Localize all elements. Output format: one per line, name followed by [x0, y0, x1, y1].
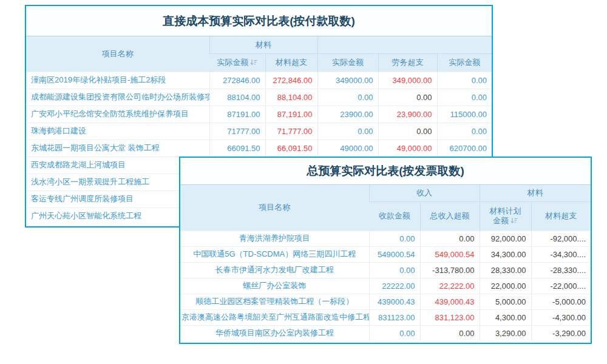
value-cell: 87,191.00 — [265, 106, 317, 123]
group-header-row: 项目名称 收入 材料 — [180, 185, 591, 201]
value-cell: 349,000.00 — [378, 72, 437, 89]
value-cell: -5,000.00 — [531, 294, 591, 309]
column-header-actual-amount-labor[interactable]: 实际金额 — [317, 53, 378, 72]
value-cell: 115000.00 — [437, 106, 492, 123]
column-header-project-name: 项目名称 — [26, 36, 209, 72]
project-name-link[interactable]: 中国联通5G（TD-SCDMA）网络三期四川工程 — [180, 246, 369, 262]
project-name-link[interactable]: 顺德工业园区档案管理精装饰工程（一标段） — [180, 294, 369, 309]
value-cell: 0.00 — [317, 89, 378, 106]
value-cell: 88,104.00 — [265, 89, 317, 106]
value-cell: 0.00 — [369, 325, 420, 341]
project-name-link[interactable]: 华侨城项目南区办公室内装修工程 — [180, 325, 369, 341]
value-cell: 34,300.00 — [480, 246, 531, 262]
project-name-link[interactable]: 东城花园一期项目公寓大堂 装饰工程 — [26, 140, 209, 157]
project-name-link[interactable]: 长春市伊通河水力发电厂改建工程 — [180, 262, 369, 278]
group-header-blank — [317, 36, 492, 53]
value-cell: 831123.00 — [369, 309, 420, 325]
value-cell: 439,000.43 — [420, 294, 480, 309]
value-cell: 349000.00 — [317, 72, 378, 89]
table-row: 螺丝厂办公室装饰22222.0022,222.0022,000.00-22,00… — [180, 278, 591, 294]
value-cell: 549,000.54 — [420, 246, 480, 262]
value-cell: 0.00 — [437, 89, 492, 106]
column-header-material-planned-amount[interactable]: 材料计划 金额 — [480, 201, 531, 231]
value-cell: 620700.00 — [437, 140, 492, 157]
table-row: 顺德工业园区档案管理精装饰工程（一标段）439000.43439,000.435… — [180, 294, 591, 309]
column-header-material-overrun[interactable]: 材料超支 — [531, 201, 591, 231]
value-cell: 5,000.00 — [480, 294, 531, 309]
value-cell: 22,000.00 — [480, 278, 531, 294]
value-cell: -313,780.00 — [420, 262, 480, 278]
value-cell: 4,300.00 — [480, 309, 531, 325]
value-cell: 0.00 — [369, 262, 420, 278]
value-cell: 28,330.00 — [480, 262, 531, 278]
value-cell: 22222.00 — [369, 278, 420, 294]
project-name-link[interactable]: 广安邓小平纪念馆安全防范系统维护保养项目 — [26, 106, 209, 123]
table-row: 京港澳高速公路粤境韶关至广州互通路面改造中修工程831123.00831,123… — [180, 309, 591, 325]
column-header-actual-amount-other[interactable]: 实际金额 — [437, 53, 492, 72]
value-cell: 0.00 — [378, 123, 437, 140]
value-cell: -34,300.... — [531, 246, 591, 262]
table-row: 珠海鹤港口建设71777.0071,777.000.000.000.00 — [26, 123, 492, 140]
value-cell: -4,300.00 — [531, 309, 591, 325]
project-name-link[interactable]: 京港澳高速公路粤境韶关至广州互通路面改造中修工程 — [180, 309, 369, 325]
value-cell: 92,000.00 — [480, 231, 531, 246]
table-row: 中国联通5G（TD-SCDMA）网络三期四川工程549000.54549,000… — [180, 246, 591, 262]
column-header-total-income-overrun[interactable]: 总收入超额 — [420, 201, 480, 231]
group-header-material: 材料 — [209, 36, 317, 53]
value-cell: 0.00 — [437, 72, 492, 89]
value-cell: 66091.50 — [209, 140, 265, 157]
value-cell: 71,777.00 — [265, 123, 317, 140]
value-cell: 0.00 — [437, 123, 492, 140]
value-cell: 272,846.00 — [265, 72, 317, 89]
value-cell: 0.00 — [378, 89, 437, 106]
value-cell: 0.00 — [369, 231, 420, 246]
value-cell: -3,290.00 — [531, 325, 591, 341]
value-cell: -92,000.... — [531, 231, 591, 246]
group-header-row: 项目名称 材料 — [26, 36, 492, 53]
group-header-material: 材料 — [480, 185, 591, 201]
value-cell: 272846.00 — [209, 72, 265, 89]
value-cell: -28,330.... — [531, 262, 591, 278]
value-cell: 23,900.00 — [378, 106, 437, 123]
table-row: 广安邓小平纪念馆安全防范系统维护保养项目87191.0087,191.00239… — [26, 106, 492, 123]
value-cell: 0.00 — [420, 231, 480, 246]
project-name-link[interactable]: 成都能源建设集团投资有限公司临时办公场所装修项目 — [26, 89, 209, 106]
sort-icon[interactable] — [250, 58, 257, 67]
table-row: 东城花园一期项目公寓大堂 装饰工程66091.5066,091.5049000.… — [26, 140, 492, 157]
group-header-income: 收入 — [369, 185, 480, 201]
value-cell: 71777.00 — [209, 123, 265, 140]
value-cell: 0.00 — [420, 325, 480, 341]
total-budget-table: 项目名称 收入 材料 收款金额 总收入超额 材料计划 金额 材料超支 青海洪湖养… — [180, 185, 591, 341]
sort-icon[interactable] — [510, 217, 518, 226]
column-header-material-overrun[interactable]: 材料超支 — [265, 53, 317, 72]
column-header-project-name: 项目名称 — [180, 185, 369, 231]
value-cell: 23900.00 — [317, 106, 378, 123]
value-cell: 66,091.50 — [265, 140, 317, 157]
value-cell: 22,222.00 — [420, 278, 480, 294]
value-cell: 831,123.00 — [420, 309, 480, 325]
value-cell: 49,000.00 — [378, 140, 437, 157]
value-cell: 49000.00 — [317, 140, 378, 157]
value-cell: 87191.00 — [209, 106, 265, 123]
value-cell: -22,000.... — [531, 278, 591, 294]
total-budget-table-body: 青海洪湖养护院项目0.000.0092,000.00-92,000....中国联… — [180, 231, 591, 341]
table-row: 华侨城项目南区办公室内装修工程0.000.003,290.00-3,290.00 — [180, 325, 591, 341]
table-row: 长春市伊通河水力发电厂改建工程0.00-313,780.0028,330.00-… — [180, 262, 591, 278]
total-budget-table-title: 总预算实际对比表(按发票取数) — [180, 158, 591, 185]
value-cell: 439000.43 — [369, 294, 420, 309]
column-header-received-amount[interactable]: 收款金额 — [369, 201, 420, 231]
project-name-link[interactable]: 潼南区2019年绿化补贴项目-施工2标段 — [26, 72, 209, 89]
project-name-link[interactable]: 珠海鹤港口建设 — [26, 123, 209, 140]
column-header-actual-amount-material[interactable]: 实际金额 — [209, 53, 265, 72]
value-cell: 88104.00 — [209, 89, 265, 106]
project-name-link[interactable]: 螺丝厂办公室装饰 — [180, 278, 369, 294]
project-name-link[interactable]: 青海洪湖养护院项目 — [180, 231, 369, 246]
value-cell: 3,290.00 — [480, 325, 531, 341]
value-cell: 0.00 — [317, 123, 378, 140]
table-row: 潼南区2019年绿化补贴项目-施工2标段272846.00272,846.003… — [26, 72, 492, 89]
total-budget-table-panel: 总预算实际对比表(按发票取数) 项目名称 收入 材料 收款金额 总收入超额 材料… — [179, 157, 592, 344]
table-row: 青海洪湖养护院项目0.000.0092,000.00-92,000.... — [180, 231, 591, 246]
value-cell: 549000.54 — [369, 246, 420, 262]
table-row: 成都能源建设集团投资有限公司临时办公场所装修项目88104.0088,104.0… — [26, 89, 492, 106]
column-header-labor-overrun[interactable]: 劳务超支 — [378, 53, 437, 72]
